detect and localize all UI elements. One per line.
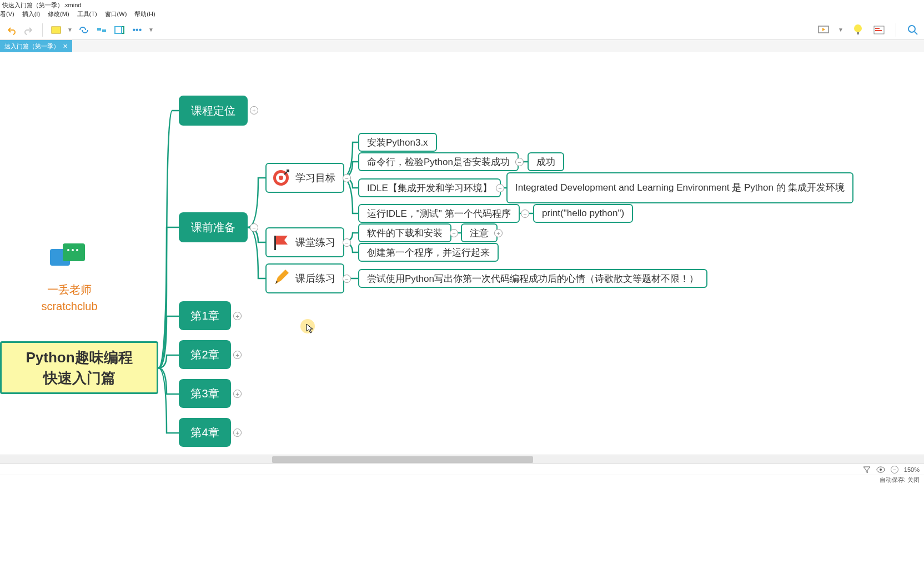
expand-button[interactable]: + (233, 351, 242, 359)
svg-rect-3 (115, 27, 122, 33)
node-chapter-1[interactable]: 第1章 (179, 301, 231, 330)
collapse-button[interactable]: − (343, 174, 351, 182)
node-install-python[interactable]: 安装Python3.x (358, 133, 437, 152)
collapse-button[interactable]: − (343, 275, 351, 283)
brainstorm-button[interactable] (851, 23, 865, 37)
dropdown-arrow-icon[interactable]: ▼ (67, 27, 73, 33)
node-learning-goal[interactable]: 学习目标 (265, 163, 344, 193)
zoom-out-button[interactable]: − (891, 466, 898, 474)
expand-button[interactable]: + (233, 428, 242, 437)
node-chapter-4[interactable]: 第4章 (179, 418, 231, 447)
root-line2: 快速入门篇 (43, 368, 116, 388)
undo-button[interactable] (4, 23, 18, 37)
mindmap-canvas[interactable]: 一丢老师 scratchclub Python趣味编程 快速入门篇 课程定位 +… (0, 52, 924, 455)
node-label: 课堂练习 (295, 236, 335, 249)
collapse-button[interactable]: − (496, 184, 504, 192)
boundary-button[interactable] (113, 23, 126, 37)
redo-button[interactable] (22, 23, 36, 37)
document-tab[interactable]: 速入门篇（第一季） ✕ (0, 40, 72, 52)
tab-bar: 速入门篇（第一季） ✕ (0, 40, 924, 52)
svg-point-22 (76, 249, 78, 251)
svg-point-6 (854, 24, 862, 32)
node-try-writing[interactable]: 尝试使用Python写出你第一次代码编程成功后的心情（诗歌散文等题材不限！） (358, 269, 707, 288)
node-idle-description[interactable]: Integrated Development and Learning Envi… (506, 172, 853, 203)
svg-rect-2 (102, 29, 106, 32)
search-button[interactable] (906, 23, 920, 37)
svg-rect-19 (63, 243, 85, 261)
teacher-name: 一丢老师 (33, 281, 106, 298)
menu-window[interactable]: 窗口(W) (105, 10, 127, 20)
svg-line-12 (915, 32, 917, 34)
svg-rect-0 (52, 27, 61, 33)
collapse-button[interactable]: − (450, 229, 458, 237)
svg-marker-5 (822, 28, 825, 31)
collapse-button[interactable]: − (250, 223, 258, 232)
eye-icon[interactable] (876, 466, 885, 473)
presentation-button[interactable] (817, 23, 830, 37)
menu-view[interactable]: 看(V) (0, 10, 14, 20)
node-idle[interactable]: IDLE【集成开发和学习环境】 (358, 178, 501, 197)
node-course-position[interactable]: 课程定位 (179, 96, 248, 126)
node-chapter-3[interactable]: 第3章 (179, 379, 231, 408)
node-chapter-2[interactable]: 第2章 (179, 340, 231, 369)
target-icon (272, 169, 290, 187)
teacher-avatar-icon (47, 242, 89, 275)
node-success[interactable]: 成功 (528, 152, 564, 171)
flag-icon (272, 233, 290, 251)
menu-tools[interactable]: 工具(T) (77, 10, 97, 20)
node-pre-preparation[interactable]: 课前准备 (179, 212, 248, 242)
toolbar: ▼ ••• ▼ ▼ (0, 20, 924, 40)
more-button[interactable]: ••• (130, 23, 144, 37)
node-note[interactable]: 注意 (461, 223, 498, 242)
zoom-level: 150% (904, 466, 920, 473)
dropdown-arrow-icon[interactable]: ▼ (148, 27, 154, 33)
node-create-first[interactable]: 创建第一个程序，并运行起来 (358, 243, 499, 262)
close-tab-button[interactable]: ✕ (63, 43, 68, 50)
relationship-button[interactable] (95, 23, 108, 37)
menu-help[interactable]: 帮助(H) (134, 10, 155, 20)
menu-bar: 看(V) 插入(I) 修改(M) 工具(T) 窗口(W) 帮助(H) (0, 10, 924, 20)
svg-point-21 (72, 249, 74, 251)
dropdown-arrow-icon[interactable]: ▼ (838, 27, 843, 33)
node-label: 学习目标 (295, 171, 335, 185)
expand-button[interactable]: + (233, 390, 242, 398)
svg-point-25 (279, 176, 283, 180)
new-sheet-button[interactable] (49, 23, 63, 37)
gantt-button[interactable] (872, 23, 886, 37)
cursor-icon (306, 323, 314, 333)
node-run-idle[interactable]: 运行IDLE，"测试" 第一个代码程序 (358, 204, 520, 223)
collapse-button[interactable]: − (515, 158, 524, 166)
node-print[interactable]: print("hello python") (533, 204, 633, 223)
svg-rect-26 (274, 236, 276, 250)
root-line1: Python趣味编程 (26, 347, 132, 367)
expand-button[interactable]: + (233, 312, 242, 320)
svg-rect-1 (97, 28, 101, 31)
menu-modify[interactable]: 修改(M) (48, 10, 69, 20)
node-after-exercise[interactable]: 课后练习 (265, 263, 344, 293)
horizontal-scrollbar[interactable] (0, 455, 924, 464)
expand-button[interactable]: + (250, 106, 258, 114)
svg-rect-10 (875, 30, 882, 31)
link-button[interactable] (77, 23, 91, 37)
expand-button[interactable]: + (494, 229, 503, 237)
teacher-label: 一丢老师 scratchclub (33, 281, 106, 315)
collapse-button[interactable]: − (521, 210, 529, 218)
collapse-button[interactable]: − (343, 238, 351, 247)
teacher-sub: scratchclub (33, 298, 106, 315)
svg-point-20 (67, 249, 69, 251)
menu-insert[interactable]: 插入(I) (22, 10, 40, 20)
svg-rect-7 (857, 32, 859, 34)
tab-label: 速入门篇（第一季） (4, 42, 59, 51)
scrollbar-thumb[interactable] (272, 456, 533, 463)
filter-icon[interactable] (863, 466, 871, 474)
node-command-line[interactable]: 命令行，检验Python是否安装成功 (358, 152, 519, 171)
svg-point-28 (880, 469, 882, 471)
separator (42, 23, 43, 37)
node-download[interactable]: 软件的下载和安装 (358, 223, 451, 242)
status-bar: − 150% (0, 464, 924, 475)
node-label: 课后练习 (295, 272, 335, 285)
root-node[interactable]: Python趣味编程 快速入门篇 (0, 341, 158, 394)
window-title: 快速入门篇（第一季）.xmind (0, 0, 924, 10)
svg-point-11 (908, 26, 915, 32)
node-class-exercise[interactable]: 课堂练习 (265, 227, 344, 257)
